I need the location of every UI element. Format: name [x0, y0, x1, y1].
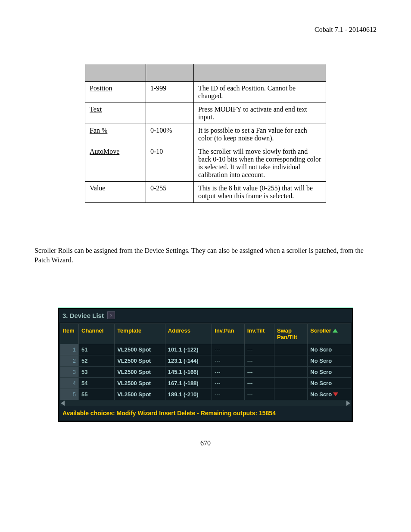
- param-name: Fan %: [90, 127, 107, 134]
- cell[interactable]: ---: [212, 378, 244, 389]
- param-desc: The scroller will move slowly forth and …: [194, 145, 326, 182]
- cell[interactable]: ---: [244, 367, 274, 378]
- param-name: Position: [90, 84, 112, 92]
- cell[interactable]: ---: [212, 389, 244, 400]
- param-desc: Press MODIFY to activate and end text in…: [194, 103, 326, 124]
- column-header[interactable]: Template: [115, 324, 165, 344]
- param-name: AutoMove: [90, 148, 119, 155]
- cell[interactable]: No Scro: [308, 344, 351, 355]
- param-range: 0-255: [146, 182, 194, 203]
- status-line: Available choices: Modify Wizard Insert …: [60, 406, 351, 420]
- cell[interactable]: ---: [244, 378, 274, 389]
- column-header[interactable]: Channel: [79, 324, 115, 344]
- horizontal-scrollbar[interactable]: [60, 400, 351, 406]
- param-desc: The ID of each Position. Cannot be chang…: [194, 82, 326, 103]
- param-name: Value: [90, 184, 105, 192]
- param-range: 0-10: [146, 145, 194, 182]
- cell[interactable]: 2: [60, 355, 79, 367]
- column-header[interactable]: SwapPan/Tilt: [274, 324, 308, 344]
- param-name: Text: [90, 106, 102, 113]
- cell[interactable]: No Scro: [308, 378, 351, 389]
- param-desc: This is the 8 bit value (0-255) that wil…: [194, 182, 326, 203]
- cell[interactable]: 4: [60, 378, 79, 389]
- param-range: 1-999: [146, 82, 194, 103]
- cell[interactable]: [274, 378, 308, 389]
- cell[interactable]: VL2500 Spot: [115, 344, 165, 355]
- cell[interactable]: ---: [212, 367, 244, 378]
- table-row[interactable]: 555VL2500 Spot189.1 (-210)------No Scro: [60, 389, 351, 400]
- table-row[interactable]: 151VL2500 Spot101.1 (-122)------No Scro: [60, 344, 351, 355]
- sort-up-icon[interactable]: [333, 329, 338, 333]
- column-header[interactable]: Item: [60, 324, 79, 344]
- param-range: 0-100%: [146, 124, 194, 145]
- body-paragraph: Scroller Rolls can be assigned from the …: [34, 246, 377, 264]
- cell[interactable]: ---: [244, 344, 274, 355]
- cell[interactable]: 3: [60, 367, 79, 378]
- cell[interactable]: 189.1 (-210): [165, 389, 212, 400]
- cell[interactable]: VL2500 Spot: [115, 378, 165, 389]
- param-desc: It is possible to set a Fan value for ea…: [194, 124, 326, 145]
- cell[interactable]: ---: [244, 389, 274, 400]
- cell[interactable]: 53: [79, 367, 115, 378]
- device-grid: ItemChannelTemplateAddressInv.PanInv.Til…: [60, 324, 351, 400]
- cell[interactable]: 51: [79, 344, 115, 355]
- cell[interactable]: 5: [60, 389, 79, 400]
- cell[interactable]: [274, 389, 308, 400]
- column-header[interactable]: Inv.Pan: [212, 324, 244, 344]
- cell[interactable]: VL2500 Spot: [115, 355, 165, 367]
- cell[interactable]: 123.1 (-144): [165, 355, 212, 367]
- cell[interactable]: 167.1 (-188): [165, 378, 212, 389]
- cell[interactable]: ---: [244, 355, 274, 367]
- column-header[interactable]: Scroller: [308, 324, 351, 344]
- cell[interactable]: 1: [60, 344, 79, 355]
- cell[interactable]: ---: [212, 355, 244, 367]
- cell[interactable]: ---: [212, 344, 244, 355]
- cell[interactable]: 101.1 (-122): [165, 344, 212, 355]
- cell[interactable]: VL2500 Spot: [115, 367, 165, 378]
- panel-title: 3. Device List: [62, 312, 104, 319]
- column-header[interactable]: Inv.Tilt: [244, 324, 274, 344]
- scroll-right-icon[interactable]: [346, 401, 350, 406]
- cell[interactable]: No Scro: [308, 389, 351, 400]
- cell[interactable]: 55: [79, 389, 115, 400]
- table-row[interactable]: 454VL2500 Spot167.1 (-188)------No Scro: [60, 378, 351, 389]
- close-icon[interactable]: ×: [107, 311, 115, 319]
- cell[interactable]: No Scro: [308, 355, 351, 367]
- cell[interactable]: [274, 367, 308, 378]
- cell[interactable]: [274, 355, 308, 367]
- cell[interactable]: 54: [79, 378, 115, 389]
- cell[interactable]: No Scro: [308, 367, 351, 378]
- scroll-left-icon[interactable]: [61, 401, 65, 406]
- cell[interactable]: [274, 344, 308, 355]
- cell[interactable]: 145.1 (-166): [165, 367, 212, 378]
- cell[interactable]: 52: [79, 355, 115, 367]
- cell[interactable]: VL2500 Spot: [115, 389, 165, 400]
- table-row[interactable]: 353VL2500 Spot145.1 (-166)------No Scro: [60, 367, 351, 378]
- table-row[interactable]: 252VL2500 Spot123.1 (-144)------No Scro: [60, 355, 351, 367]
- param-range: [146, 103, 194, 124]
- parameter-table: Position1-999The ID of each Position. Ca…: [85, 64, 326, 203]
- device-list-panel: 3. Device List × ItemChannelTemplateAddr…: [58, 308, 353, 422]
- page-number: 670: [34, 439, 377, 447]
- doc-header: Cobalt 7.1 - 20140612: [34, 26, 377, 34]
- column-header[interactable]: Address: [165, 324, 212, 344]
- panel-title-bar: 3. Device List ×: [59, 309, 352, 322]
- sort-down-icon[interactable]: [333, 392, 338, 396]
